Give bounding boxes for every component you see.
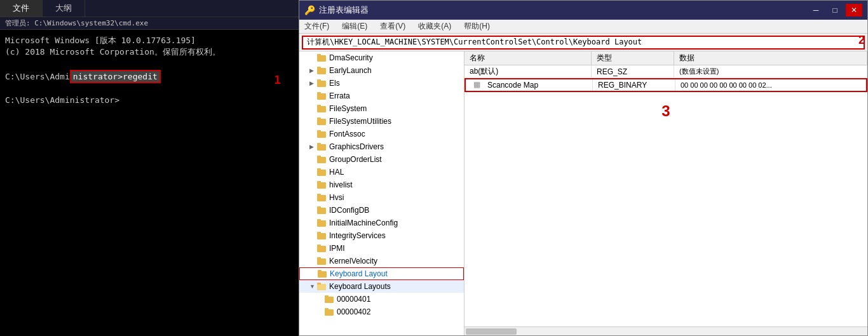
regedit-pane-content: ab(默认) REG_SZ (数值未设置) Scancode Map REG_B… <box>465 65 867 326</box>
folder-icon <box>317 104 327 113</box>
regedit-titlebar: 🔑 注册表编辑器 ─ □ ✕ <box>299 1 867 20</box>
tree-label: Hvsi <box>329 193 344 202</box>
regedit-window-controls: ─ □ ✕ <box>808 4 862 17</box>
regedit-menubar: 文件(F) 编辑(E) 查看(V) 收藏夹(A) 帮助(H) <box>299 20 867 34</box>
folder-icon <box>317 142 327 151</box>
tree-label: DmaSecurity <box>329 53 373 62</box>
folder-icon <box>325 295 335 304</box>
pane-row-scancode[interactable]: Scancode Map REG_BINARY 00 00 00 00 00 0… <box>465 78 867 92</box>
tree-label: 00000402 <box>337 307 370 316</box>
tree-item-hal[interactable]: HAL <box>299 166 464 178</box>
tree-label: InitialMachineConfig <box>329 218 398 227</box>
folder-icon <box>318 269 328 278</box>
folder-icon <box>317 155 327 164</box>
cell-data-default: (数值未设置) <box>674 65 867 77</box>
tree-label: 00000401 <box>337 295 370 304</box>
tree-label: FontAssoc <box>329 130 365 138</box>
folder-icon <box>317 206 327 215</box>
tree-item-graphicsdrivers[interactable]: ▶ GraphicsDrivers <box>299 140 464 153</box>
tree-label: FileSystem <box>329 104 367 113</box>
tree-label: GraphicsDrivers <box>329 142 384 151</box>
tree-label: IDConfigDB <box>329 206 369 215</box>
tree-item-00000401[interactable]: 00000401 <box>299 293 464 306</box>
folder-icon <box>317 168 327 177</box>
tree-item-00000402[interactable]: 00000402 <box>299 306 464 318</box>
cmd-tab-file[interactable]: 文件 <box>0 0 43 17</box>
menu-favorites[interactable]: 收藏夹(A) <box>416 20 454 33</box>
tree-item-dmasecurity[interactable]: DmaSecurity <box>299 51 464 64</box>
tree-label: EarlyLaunch <box>329 66 372 75</box>
tree-item-keyboard-layout[interactable]: Keyboard Layout <box>299 267 464 280</box>
tree-item-els[interactable]: ▶ Els <box>299 77 464 90</box>
cmd-line-1: Microsoft Windows [版本 10.0.17763.195] <box>5 35 294 46</box>
menu-help[interactable]: 帮助(H) <box>461 20 492 33</box>
pane-header-name: 名称 <box>465 51 592 65</box>
folder-icon <box>317 91 327 100</box>
tree-item-ipmi[interactable]: IPMI <box>299 242 464 255</box>
tree-item-grouporderlist[interactable]: GroupOrderList <box>299 153 464 166</box>
pane-header-type: 类型 <box>592 51 674 65</box>
cmd-prompt-1: C:\Users\Admi <box>5 72 70 81</box>
tree-label: Errata <box>329 91 350 100</box>
label-3-area: 3 <box>465 92 867 130</box>
scroll-thumb[interactable] <box>466 328 517 335</box>
tree-label: HAL <box>329 168 344 177</box>
cmd-tab-outline[interactable]: 大纲 <box>43 0 85 17</box>
folder-icon-open <box>317 282 327 291</box>
tree-item-kernelvelocity[interactable]: KernelVelocity <box>299 255 464 267</box>
regedit-body: DmaSecurity ▶ EarlyLaunch ▶ Els Errata F… <box>299 51 867 335</box>
folder-icon <box>317 180 327 189</box>
tree-item-errata[interactable]: Errata <box>299 90 464 102</box>
tree-label: FileSystemUtilities <box>329 117 391 126</box>
tree-label: Els <box>329 79 340 88</box>
tree-label: Keyboard Layout <box>330 269 388 278</box>
tree-arrow: ▶ <box>309 144 317 150</box>
cmd-input-box[interactable]: nistrator>regedit <box>70 70 161 83</box>
cell-type-default: REG_SZ <box>592 65 674 77</box>
cell-type-scancode: REG_BINARY <box>593 79 675 91</box>
tree-item-initialmachineconfig[interactable]: InitialMachineConfig <box>299 217 464 229</box>
label-2: 2 <box>858 34 865 47</box>
tree-label: Keyboard Layouts <box>329 282 391 291</box>
maximize-button[interactable]: □ <box>827 4 843 17</box>
regedit-app-icon: 🔑 <box>304 5 315 15</box>
folder-icon <box>317 79 327 88</box>
cmd-line-prompt2: C:\Users\Administrator> <box>5 95 294 106</box>
regedit-title-text: 注册表编辑器 <box>319 4 369 16</box>
folder-icon <box>317 244 327 253</box>
cell-data-scancode: 00 00 00 00 00 00 00 00 02... <box>675 79 866 91</box>
tree-item-filesystem[interactable]: FileSystem <box>299 102 464 115</box>
tree-item-integrityservices[interactable]: IntegrityServices <box>299 229 464 242</box>
folder-icon <box>317 66 327 75</box>
regedit-pane: 名称 类型 数据 ab(默认) REG_SZ (数值未设置) Scancode … <box>465 51 867 335</box>
regedit-tree: DmaSecurity ▶ EarlyLaunch ▶ Els Errata F… <box>299 51 465 335</box>
tree-item-hvsi[interactable]: Hvsi <box>299 191 464 204</box>
scancode-label: Scancode Map <box>487 81 538 90</box>
tree-item-keyboard-layouts[interactable]: ▼ Keyboard Layouts <box>299 280 464 293</box>
close-button[interactable]: ✕ <box>846 4 862 17</box>
menu-view[interactable]: 查看(V) <box>377 20 408 33</box>
folder-icon <box>317 130 327 138</box>
tree-item-fontassoc[interactable]: FontAssoc <box>299 128 464 140</box>
tree-item-idconfigdb[interactable]: IDConfigDB <box>299 204 464 217</box>
tree-item-earlylaunch[interactable]: ▶ EarlyLaunch <box>299 64 464 77</box>
tree-arrow: ▶ <box>309 67 317 74</box>
folder-icon <box>317 193 327 202</box>
label-3: 3 <box>661 102 670 120</box>
cell-name-scancode: Scancode Map <box>466 79 593 91</box>
cmd-window: 文件 大纲 管理员: C:\Windows\system32\cmd.exe M… <box>0 0 299 336</box>
cmd-tabs: 文件 大纲 <box>0 0 299 17</box>
minimize-button[interactable]: ─ <box>808 4 824 17</box>
tree-item-filesystemutilities[interactable]: FileSystemUtilities <box>299 115 464 128</box>
regedit-window: 🔑 注册表编辑器 ─ □ ✕ 文件(F) 编辑(E) 查看(V) 收藏夹(A) … <box>299 0 868 336</box>
label-1: 1 <box>274 73 281 86</box>
menu-edit[interactable]: 编辑(E) <box>339 20 370 33</box>
cmd-content: Microsoft Windows [版本 10.0.17763.195] (c… <box>0 30 299 336</box>
regedit-address-input[interactable] <box>302 36 865 50</box>
menu-file[interactable]: 文件(F) <box>302 20 332 33</box>
tree-item-hivelist[interactable]: hivelist <box>299 178 464 191</box>
pane-header-data: 数据 <box>674 51 867 65</box>
folder-icon <box>325 307 335 316</box>
horizontal-scrollbar[interactable] <box>465 326 867 335</box>
pane-row-default[interactable]: ab(默认) REG_SZ (数值未设置) <box>465 65 867 78</box>
